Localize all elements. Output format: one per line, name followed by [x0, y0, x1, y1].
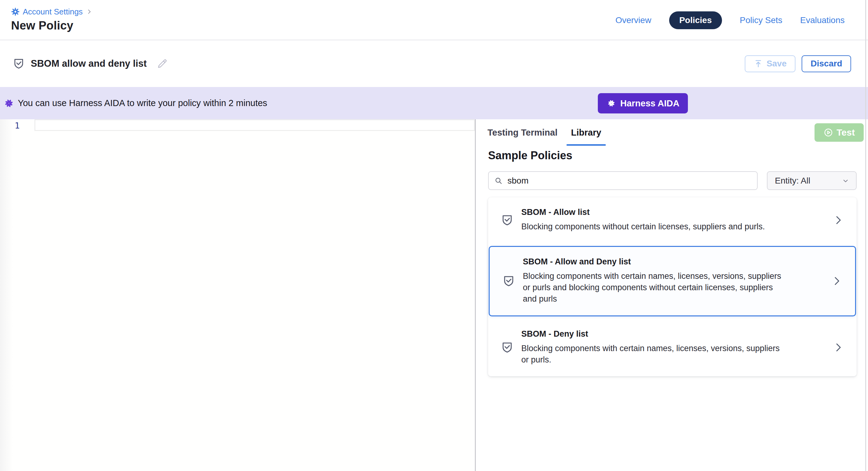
- chevron-right-icon: [832, 342, 844, 353]
- nav-overview[interactable]: Overview: [615, 16, 651, 25]
- policy-card-description: Blocking components with certain names, …: [523, 270, 784, 305]
- shield-check-icon: [500, 341, 514, 354]
- policy-name: SBOM allow and deny list: [31, 58, 147, 69]
- policy-code-editor[interactable]: 1: [0, 119, 475, 471]
- policy-card-title: SBOM - Deny list: [521, 329, 823, 339]
- chevron-right-icon: [831, 275, 843, 287]
- scrollbar-track[interactable]: [865, 0, 866, 471]
- editor-line-number: 1: [0, 121, 34, 130]
- search-box: [488, 171, 758, 190]
- play-icon: [824, 127, 833, 138]
- editor-current-line: [34, 119, 475, 131]
- nav-policy-sets[interactable]: Policy Sets: [740, 16, 782, 25]
- test-label: Test: [837, 127, 855, 138]
- sample-policies-heading: Sample Policies: [488, 149, 857, 162]
- discard-label: Discard: [810, 59, 842, 68]
- panel-tabbar: Testing Terminal Library Test: [476, 119, 868, 146]
- save-label: Save: [767, 59, 786, 68]
- tab-library[interactable]: Library: [564, 119, 608, 146]
- harness-aida-label: Harness AIDA: [620, 98, 679, 109]
- search-icon: [494, 176, 503, 185]
- policy-card-description: Blocking components with certain names, …: [521, 343, 782, 365]
- aida-banner: You can use Harness AIDA to write your p…: [0, 87, 868, 119]
- harness-aida-button[interactable]: Harness AIDA: [598, 93, 688, 113]
- module-nav: Overview Policies Policy Sets Evaluation…: [615, 0, 845, 40]
- entity-filter-value: Entity: All: [775, 176, 810, 186]
- settings-gear-icon: [11, 7, 20, 16]
- policy-card-sbom-deny-list[interactable]: SBOM - Deny list Blocking components wit…: [488, 319, 857, 376]
- discard-button[interactable]: Discard: [802, 55, 851, 72]
- top-header: Account Settings New Policy Overview Pol…: [0, 0, 868, 40]
- library-panel: Testing Terminal Library Test Sample Pol…: [476, 119, 868, 471]
- policy-card-description: Blocking components without certain lice…: [521, 221, 782, 232]
- entity-filter-dropdown[interactable]: Entity: All: [767, 171, 857, 190]
- breadcrumb-chevron-icon: [86, 8, 93, 15]
- test-button[interactable]: Test: [814, 123, 864, 142]
- edit-pencil-icon[interactable]: [156, 58, 168, 69]
- shield-check-icon: [12, 57, 25, 70]
- page-root: Account Settings New Policy Overview Pol…: [0, 0, 868, 471]
- shield-check-icon: [502, 274, 516, 288]
- policy-card-sbom-allow-and-deny-list[interactable]: SBOM - Allow and Deny list Blocking comp…: [489, 246, 856, 316]
- chevron-right-icon: [832, 214, 844, 226]
- tab-testing-terminal[interactable]: Testing Terminal: [481, 119, 564, 146]
- aida-flower-icon: [3, 97, 15, 109]
- sample-policies-list: SBOM - Allow list Blocking components wi…: [488, 197, 857, 376]
- save-button[interactable]: Save: [745, 55, 796, 72]
- chevron-down-icon: [841, 176, 850, 185]
- nav-policies[interactable]: Policies: [669, 11, 722, 29]
- policy-card-title: SBOM - Allow and Deny list: [523, 257, 821, 267]
- breadcrumb-account-settings-link[interactable]: Account Settings: [23, 7, 83, 17]
- policy-name-group: SBOM allow and deny list: [12, 57, 168, 70]
- toolbar-actions: Save Discard: [745, 55, 851, 72]
- policy-toolbar: SBOM allow and deny list Save Discard: [0, 40, 868, 87]
- library-content: Sample Policies Entity: All: [476, 146, 868, 376]
- aida-banner-message: You can use Harness AIDA to write your p…: [18, 98, 267, 108]
- search-input[interactable]: [507, 176, 753, 186]
- policy-card-sbom-allow-list[interactable]: SBOM - Allow list Blocking components wi…: [488, 197, 857, 243]
- nav-evaluations[interactable]: Evaluations: [800, 16, 845, 25]
- shield-check-icon: [500, 213, 514, 227]
- filter-row: Entity: All: [488, 171, 857, 190]
- policy-card-title: SBOM - Allow list: [521, 208, 823, 217]
- main-split: 1 Testing Terminal Library Test Sample P…: [0, 119, 868, 471]
